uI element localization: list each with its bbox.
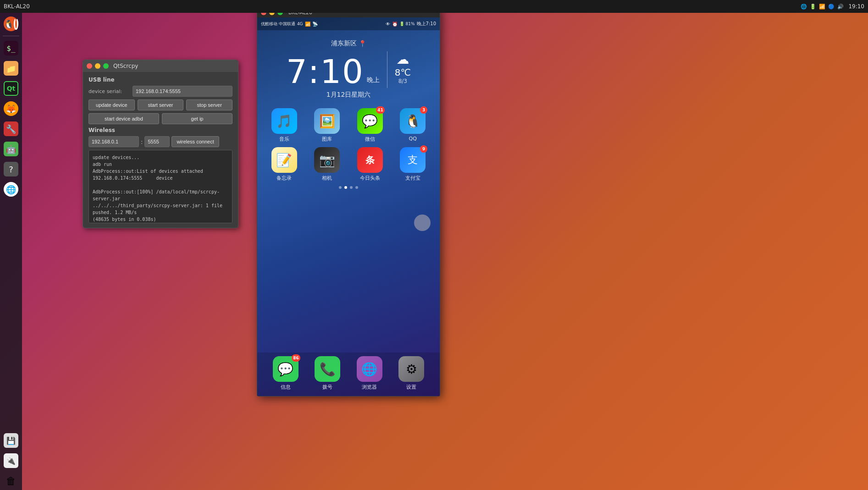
dock-divider (3, 36, 19, 36)
app-settings[interactable]: ⚙️ 设置 (398, 356, 424, 391)
phone-time-divider (387, 51, 387, 88)
phone-ampm: 晚上 (367, 76, 380, 84)
app-alipay[interactable]: 支 9 支付宝 (393, 147, 433, 182)
dot-3 (350, 186, 353, 189)
dot-4 (355, 186, 358, 189)
wireless-section-label: Wireless (88, 127, 232, 133)
wireless-separator: : (141, 138, 143, 145)
battery-icon: 🔋 (810, 4, 816, 10)
app-grid-row2: 📝 备忘录 📷 相机 条 今日头条 支 9 支付宝 (265, 147, 432, 182)
dock: 🐧 $_ 📁 Qt 🦊 🔧 🤖 ? (0, 13, 22, 490)
app-gallery[interactable]: 🖼️ 图库 (308, 108, 347, 143)
app-notes[interactable]: 📝 备忘录 (265, 147, 304, 182)
app-wechat[interactable]: 💬 41 微信 (350, 108, 390, 143)
phone-apps-area: 🎵 音乐 🖼️ 图库 💬 41 微信 🐧 (257, 104, 440, 196)
wireless-row: : wireless connect (88, 136, 232, 147)
settings-icon: ⚙️ (398, 356, 424, 382)
dot-2 (344, 186, 347, 189)
phone-screen[interactable]: 优酷移动 中国联通 4G 📶 📡 👁 ⏰ 🔋 81% 晚上7:10 浦东新区 📍… (257, 17, 440, 396)
usb-section-label: USB line (88, 77, 232, 83)
phone-label: 拨号 (322, 384, 332, 391)
signal-icon: 📶 (305, 22, 310, 27)
dock-tools[interactable]: 🔧 (2, 120, 20, 138)
phone-date: 1月12日星期六 (257, 91, 440, 99)
wechat-badge: 41 (376, 106, 385, 114)
notes-label: 备忘录 (276, 175, 292, 182)
device-serial-label: device serial: (88, 88, 130, 94)
start-server-button[interactable]: start server (138, 99, 184, 110)
minimize-button[interactable] (95, 63, 100, 69)
phone-statusbar: 优酷移动 中国联通 4G 📶 📡 👁 ⏰ 🔋 81% 晚上7:10 (257, 17, 440, 30)
phone-float-button[interactable] (414, 215, 431, 231)
dock-firefox[interactable]: 🦊 (2, 99, 20, 118)
topbar-time: 19:10 (848, 3, 864, 10)
eye-icon: 👁 (386, 22, 390, 27)
dock-help[interactable]: ? (2, 160, 20, 178)
phone-location: 浦东新区 📍 (257, 39, 440, 48)
wifi-status-icon: 📡 (312, 22, 318, 27)
app-music[interactable]: 🎵 音乐 (265, 108, 304, 143)
browser-label: 浏览器 (362, 384, 377, 391)
update-device-button[interactable]: update device (88, 99, 135, 110)
app-toutiao[interactable]: 条 今日头条 (350, 147, 390, 182)
dock-avd[interactable]: 🤖 (2, 140, 20, 158)
notes-icon: 📝 (271, 147, 297, 173)
close-button[interactable] (87, 63, 92, 69)
log-output: update devices... adb run AdbProcess::ou… (88, 150, 232, 223)
phone-time: 7:10 (286, 55, 364, 88)
weather-temp: 8℃ (395, 67, 411, 78)
music-icon: 🎵 (271, 108, 297, 134)
location-icon: 📍 (359, 40, 366, 47)
toutiao-icon: 条 (357, 147, 383, 173)
app-sms[interactable]: 💬 86 信息 (273, 356, 299, 391)
qq-icon: 🐧 3 (400, 108, 426, 134)
adbd-row: start device adbd get ip (88, 113, 232, 124)
server-buttons-row: update device start server stop server (88, 99, 232, 110)
app-qq[interactable]: 🐧 3 QQ (393, 108, 433, 143)
sms-badge: 86 (292, 354, 300, 362)
status-right: 👁 ⏰ 🔋 81% 晚上7:10 (386, 21, 436, 27)
app-phone[interactable]: 📞 拨号 (315, 356, 340, 391)
qt-body: USB line device serial: update device st… (83, 72, 238, 228)
signal-4g: 4G (297, 22, 303, 26)
dock-qtcreator[interactable]: Qt (2, 79, 20, 98)
status-left: 优酷移动 中国联通 4G 📶 📡 (261, 21, 318, 27)
dock-files[interactable]: 📁 (2, 59, 20, 77)
get-ip-button[interactable]: get ip (162, 113, 232, 124)
wireless-port-input[interactable] (144, 136, 170, 147)
phone-time-row: 7:10 晚上 ☁️ 8℃ 8/3 (257, 51, 440, 88)
panel-title: QtScrcpy (113, 63, 138, 69)
stop-server-button[interactable]: stop server (186, 99, 232, 110)
qq-label: QQ (409, 136, 417, 142)
topbar-left: BKL-AL20 (4, 3, 30, 10)
dot-1 (339, 186, 342, 189)
qt-titlebar: QtScrcpy (83, 60, 238, 72)
alipay-label: 支付宝 (405, 175, 420, 182)
weather-date: 8/3 (398, 78, 407, 84)
wifi-icon: 📶 (819, 4, 825, 10)
maximize-button[interactable] (103, 63, 109, 69)
wireless-connect-button[interactable]: wireless connect (171, 136, 219, 147)
dock-terminal[interactable]: $_ (2, 39, 20, 57)
app-browser[interactable]: 🌐 浏览器 (357, 356, 382, 391)
app-grid-row1: 🎵 音乐 🖼️ 图库 💬 41 微信 🐧 (265, 108, 432, 143)
start-device-adbd-button[interactable]: start device adbd (88, 113, 159, 124)
alipay-icon: 支 9 (400, 147, 426, 173)
dock-chromium[interactable]: 🌐 (2, 180, 20, 198)
dock-usb2[interactable]: 🔌 (2, 451, 20, 470)
dock-ubuntu[interactable]: 🐧 (2, 15, 20, 33)
device-serial-input[interactable] (133, 86, 232, 97)
browser-icon: 🌐 (357, 356, 382, 382)
wireless-ip-input[interactable] (88, 136, 139, 147)
topbar-right: 🌐 🔋 📶 🔵 🔊 19:10 (801, 3, 864, 10)
network-icon: 🌐 (801, 4, 807, 10)
device-serial-row: device serial: (88, 86, 232, 97)
app-camera[interactable]: 📷 相机 (308, 147, 347, 182)
phone-bottom-dock: 💬 86 信息 📞 拨号 🌐 浏览器 ⚙️ 设置 (257, 352, 440, 396)
alipay-badge: 9 (420, 145, 427, 153)
dock-usb1[interactable]: 💾 (2, 431, 20, 450)
phone-clock-area: 浦东新区 📍 7:10 晚上 ☁️ 8℃ 8/3 1月12日星期六 (257, 30, 440, 104)
phone-weather: ☁️ 8℃ 8/3 (395, 52, 411, 84)
camera-label: 相机 (322, 175, 332, 182)
dock-trash[interactable]: 🗑 (2, 472, 20, 490)
